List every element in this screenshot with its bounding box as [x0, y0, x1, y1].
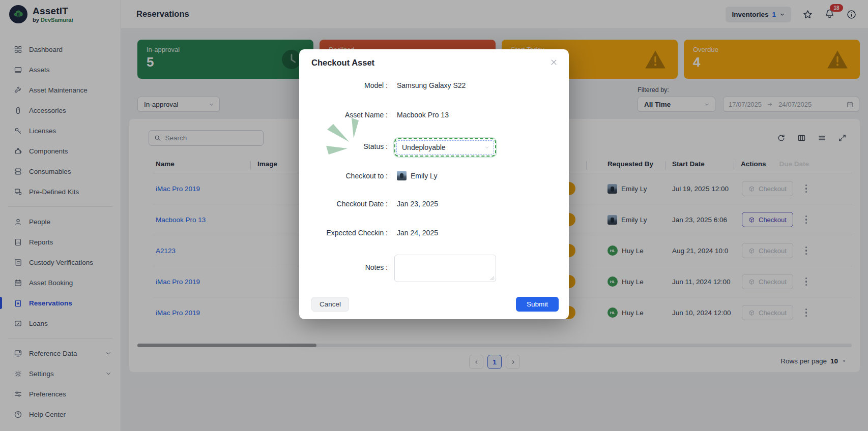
notes-textarea[interactable]: [394, 255, 496, 282]
asset-name-value: Macbook Pro 13: [397, 111, 449, 119]
expected-checkin-value: Jan 24, 2025: [397, 229, 438, 237]
click-highlight-icon: [325, 117, 366, 159]
checkout-date-value: Jan 23, 2025: [397, 200, 438, 208]
checkout-asset-modal: Checkout Asset Model Samsung Galaxy S22 …: [299, 49, 569, 319]
field-label: Checkout Date: [299, 200, 388, 208]
checkout-to-value: Emily Ly: [411, 172, 437, 180]
avatar: [397, 171, 407, 180]
status-select[interactable]: Undeployable: [394, 138, 496, 157]
submit-button[interactable]: Submit: [516, 297, 559, 312]
cancel-button[interactable]: Cancel: [311, 297, 349, 312]
field-label: Notes: [299, 263, 388, 271]
resize-grip-icon[interactable]: [490, 276, 495, 281]
model-value: Samsung Galaxy S22: [397, 81, 466, 89]
close-icon[interactable]: [550, 58, 558, 66]
modal-title: Checkout Asset: [311, 58, 374, 68]
chevron-down-icon: [484, 144, 490, 150]
field-label: Model: [299, 81, 388, 89]
status-select-value: Undeployable: [402, 143, 446, 151]
field-label: Checkout to: [299, 172, 388, 180]
field-label: Expected Checkin: [299, 229, 388, 237]
app-window: AssetIT by DevSamurai Dashboard Assets A…: [0, 0, 868, 431]
